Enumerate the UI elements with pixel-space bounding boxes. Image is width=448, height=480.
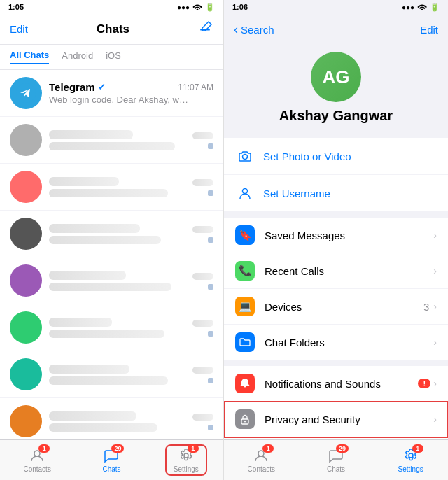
blurred-msg	[49, 236, 161, 244]
svg-point-4	[243, 189, 248, 194]
blurred-msg	[49, 189, 168, 197]
chevron-icon: ›	[433, 378, 437, 389]
set-username-button[interactable]: Set Username	[224, 175, 448, 212]
edit-button[interactable]: Edit	[10, 23, 28, 35]
blurred-time	[192, 273, 214, 280]
bell-icon	[235, 374, 255, 393]
settings-item-devices[interactable]: 💻 Devices 3 ›	[224, 289, 448, 325]
tab-all-chats[interactable]: All Chats	[10, 50, 49, 64]
chat-name: Telegram ✓	[49, 81, 106, 93]
contacts-icon: 1	[29, 447, 46, 464]
right-edit-button[interactable]: Edit	[420, 24, 438, 36]
tab-settings[interactable]: 1 Settings	[165, 444, 207, 476]
list-item[interactable]	[0, 211, 223, 257]
chat-right	[192, 225, 214, 243]
lock-icon	[235, 409, 255, 429]
wifi-icon	[417, 3, 427, 12]
chat-content: Telegram ✓ 11:07 AM Web login code. Dear…	[49, 81, 214, 105]
chat-content	[49, 269, 187, 292]
page-title: Chats	[97, 22, 130, 36]
right-tab-settings[interactable]: 1 Settings	[390, 447, 432, 473]
contacts-icon: 1	[253, 447, 270, 464]
back-button[interactable]: ‹ Search	[234, 22, 274, 37]
list-item[interactable]: Telegram ✓ 11:07 AM Web login code. Dear…	[0, 70, 223, 117]
wifi-icon	[192, 3, 202, 12]
right-tab-contacts[interactable]: 1 Contacts	[240, 447, 282, 473]
settings-item-notifications[interactable]: Notifications and Sounds ! ›	[224, 366, 448, 402]
blurred-name	[49, 411, 136, 421]
left-bottom-tab-bar: 1 Contacts 29 Chats 1 Settings	[0, 439, 223, 480]
chat-content	[49, 363, 187, 386]
list-item[interactable]	[0, 117, 223, 164]
recent-calls-label: Recent Calls	[265, 265, 433, 277]
telegram-avatar	[10, 77, 42, 109]
blurred-time	[192, 132, 214, 139]
chats-icon: 29	[103, 447, 120, 464]
svg-point-3	[243, 155, 248, 160]
chat-right	[192, 365, 214, 383]
privacy-label: Privacy and Security	[265, 414, 433, 425]
blurred-time	[192, 320, 214, 327]
chat-folders-label: Chat Folders	[265, 337, 433, 348]
tab-chats[interactable]: 29 Chats	[90, 447, 132, 473]
list-item[interactable]	[0, 304, 223, 351]
tick-indicator	[208, 378, 214, 383]
chat-content	[49, 223, 187, 246]
blurred-name	[49, 224, 140, 233]
avatar	[10, 124, 42, 156]
chat-message: Web login code. Dear Akshay, we received…	[49, 94, 189, 105]
right-panel: 1:06 ●●● 🔋 ‹ Search Edit AG Akshay Gangw…	[224, 0, 448, 480]
blurred-time	[192, 367, 214, 374]
list-item[interactable]	[0, 164, 223, 211]
verified-icon: ✓	[98, 82, 106, 92]
settings-label: Settings	[398, 465, 424, 473]
tick-indicator	[208, 143, 214, 149]
tab-ios[interactable]: iOS	[106, 50, 121, 64]
settings-badge: 1	[412, 444, 424, 453]
settings-item-privacy[interactable]: Privacy and Security ›	[224, 402, 448, 437]
back-label: Search	[241, 24, 274, 36]
left-time: 1:05	[8, 3, 24, 11]
tick-indicator	[208, 331, 214, 337]
chat-content	[49, 316, 187, 339]
avatar	[10, 171, 42, 203]
chat-time: 11:07 AM	[178, 83, 214, 92]
settings-item-data-storage[interactable]: Data and Storage ›	[224, 437, 448, 439]
settings-item-recent-calls[interactable]: 📞 Recent Calls ›	[224, 253, 448, 289]
settings-item-chat-folders[interactable]: Chat Folders ›	[224, 325, 448, 360]
contacts-badge: 1	[262, 444, 274, 453]
blurred-time	[192, 226, 214, 233]
tab-android[interactable]: Android	[62, 50, 93, 64]
chat-right	[192, 131, 214, 149]
compose-button[interactable]	[198, 20, 214, 38]
avatar	[10, 358, 42, 390]
left-nav-bar: Edit Chats	[0, 14, 223, 45]
right-tab-chats[interactable]: 29 Chats	[315, 447, 357, 473]
chats-label: Chats	[102, 465, 120, 473]
chat-right	[192, 318, 214, 337]
blurred-msg	[49, 376, 168, 385]
notifications-badge: !	[418, 379, 430, 388]
settings-group-main: 🔖 Saved Messages › 📞 Recent Calls › 💻 De…	[224, 218, 448, 439]
chats-badge: 29	[336, 444, 349, 453]
list-item[interactable]	[0, 257, 223, 304]
list-item[interactable]	[0, 398, 223, 439]
list-item[interactable]	[0, 351, 223, 398]
battery-icon: 🔋	[205, 3, 215, 12]
chevron-icon: ›	[433, 414, 437, 425]
tick-indicator	[208, 284, 214, 290]
settings-icon: 1	[402, 447, 419, 464]
settings-item-saved-messages[interactable]: 🔖 Saved Messages ›	[224, 218, 448, 253]
profile-actions: Set Photo or Video Set Username	[224, 138, 448, 212]
blurred-msg	[49, 423, 158, 432]
tab-contacts[interactable]: 1 Contacts	[16, 447, 58, 473]
tick-indicator	[208, 237, 214, 243]
blurred-time	[192, 414, 214, 421]
settings-label: Settings	[174, 465, 199, 473]
settings-icon: 1	[178, 447, 195, 464]
profile-section: AG Akshay Gangwar	[224, 45, 448, 134]
set-photo-button[interactable]: Set Photo or Video	[224, 138, 448, 175]
chats-badge: 29	[111, 444, 124, 453]
chevron-icon: ›	[433, 230, 437, 241]
blurred-name	[49, 271, 126, 280]
